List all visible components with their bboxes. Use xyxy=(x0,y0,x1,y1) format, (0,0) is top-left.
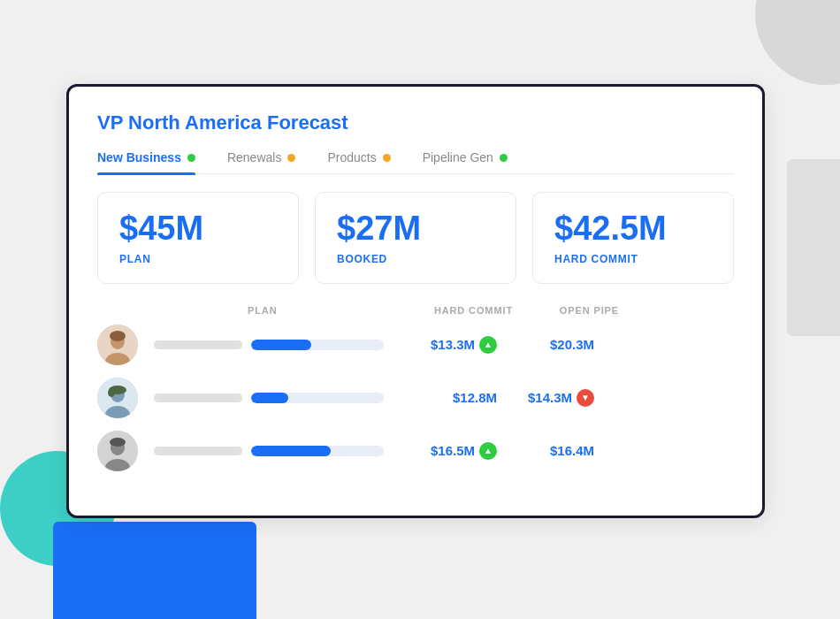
plan-bar-fill-3 xyxy=(251,446,331,456)
metric-plan-label: PLAN xyxy=(119,253,277,265)
plan-bar-2 xyxy=(251,393,384,403)
metric-hc-value: $42.5M xyxy=(554,210,712,248)
table-header: PLAN HARD COMMIT OPEN PIPE xyxy=(97,305,734,316)
bg-gray-rect xyxy=(787,159,840,336)
bg-blue-rect xyxy=(53,522,256,619)
tab-products-label: Products xyxy=(327,150,376,164)
tab-renewals[interactable]: Renewals xyxy=(227,150,295,173)
indicator-up-1: ▲ xyxy=(479,336,497,354)
metric-plan: $45M PLAN xyxy=(97,192,299,284)
bg-gray-circle xyxy=(755,0,840,85)
indicator-up-3: ▲ xyxy=(479,442,497,460)
tab-renewals-dot xyxy=(287,154,295,162)
tab-new-business-dot xyxy=(187,154,195,162)
metric-plan-value: $45M xyxy=(119,210,277,248)
table-row: $12.8M $14.3M ▼ xyxy=(97,378,734,418)
op-value-3: $16.4M xyxy=(497,443,594,458)
avatar-1 xyxy=(97,325,138,365)
tab-renewals-label: Renewals xyxy=(227,150,281,164)
tabs-container: New Business Renewals Products Pipeline … xyxy=(97,150,734,174)
name-bar-2 xyxy=(154,394,242,402)
tab-new-business[interactable]: New Business xyxy=(97,150,195,173)
metric-booked: $27M BOOKED xyxy=(315,192,516,284)
tab-pipeline-gen[interactable]: Pipeline Gen xyxy=(423,150,508,173)
name-bar-1 xyxy=(154,340,242,349)
tab-pipeline-gen-dot xyxy=(500,154,508,162)
tab-products[interactable]: Products xyxy=(327,150,390,173)
col-header-hc: HARD COMMIT xyxy=(389,305,513,316)
tab-new-business-label: New Business xyxy=(97,150,181,164)
hc-value-2: $12.8M xyxy=(400,390,497,405)
metric-hc-label: HARD COMMIT xyxy=(554,253,712,265)
col-header-plan: PLAN xyxy=(248,305,389,316)
hc-value-3: $16.5M ▲ xyxy=(400,442,497,460)
metric-booked-label: BOOKED xyxy=(337,253,494,265)
tab-pipeline-gen-label: Pipeline Gen xyxy=(423,150,493,164)
indicator-down-2: ▼ xyxy=(577,389,594,407)
svg-point-3 xyxy=(110,331,126,341)
avatar-2 xyxy=(97,378,138,418)
metric-hard-commit: $42.5M HARD COMMIT xyxy=(532,192,734,284)
hc-value-1: $13.3M ▲ xyxy=(400,336,497,354)
avatar-3 xyxy=(97,431,138,471)
col-header-op: OPEN PIPE xyxy=(513,305,619,316)
plan-bar-fill-2 xyxy=(251,393,288,403)
main-card: VP North America Forecast New Business R… xyxy=(66,84,765,518)
op-value-2: $14.3M ▼ xyxy=(497,389,594,407)
table-section: PLAN HARD COMMIT OPEN PIPE $13.3M ▲ xyxy=(97,305,734,471)
plan-bar-3 xyxy=(251,446,384,456)
table-row: $13.3M ▲ $20.3M xyxy=(97,325,734,365)
svg-point-12 xyxy=(110,438,126,447)
card-title: VP North America Forecast xyxy=(97,111,734,134)
table-row: $16.5M ▲ $16.4M xyxy=(97,431,734,471)
name-bar-3 xyxy=(154,447,242,455)
metric-booked-value: $27M xyxy=(337,210,494,248)
op-value-1: $20.3M xyxy=(497,337,594,352)
tab-products-dot xyxy=(383,154,391,162)
metrics-row: $45M PLAN $27M BOOKED $42.5M HARD COMMIT xyxy=(97,192,734,284)
svg-point-8 xyxy=(108,388,115,397)
plan-bar-1 xyxy=(251,340,384,350)
plan-bar-fill-1 xyxy=(251,340,311,350)
